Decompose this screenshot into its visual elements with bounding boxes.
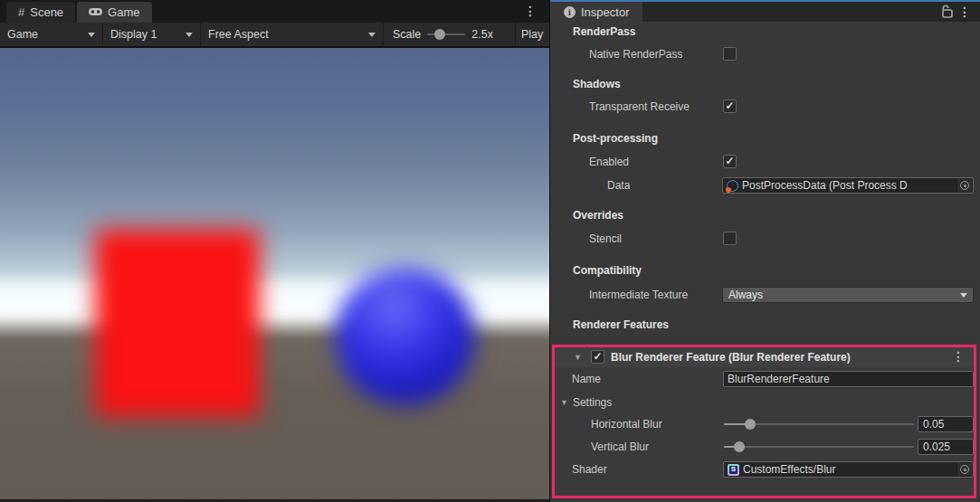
- tab-inspector-label: Inspector: [581, 5, 629, 19]
- game-panel: # Scene Game ⋮ Game Display 1 Free Aspec: [0, 0, 549, 502]
- check-icon: ✓: [593, 351, 602, 362]
- native-renderpass-row: Native RenderPass: [589, 46, 720, 62]
- data-object-value: PostProcessData (Post Process D: [742, 179, 908, 192]
- feature-name-value: BlurRendererFeature: [728, 373, 830, 385]
- game-panel-tabstrip: # Scene Game ⋮: [0, 0, 549, 23]
- shader-object-field[interactable]: S CustomEffects/Blur: [723, 461, 974, 478]
- slider-knob[interactable]: [745, 419, 756, 430]
- foldout-triangle-icon[interactable]: ▼: [574, 353, 582, 362]
- renderpass-header: RenderPass: [573, 25, 635, 38]
- display-dropdown[interactable]: Display 1: [103, 23, 201, 46]
- play-focused-dropdown[interactable]: Play: [516, 23, 548, 46]
- sky-gradient: [0, 48, 549, 310]
- tab-game-label: Game: [108, 5, 139, 19]
- chevron-down-icon: [368, 33, 376, 37]
- shader-value: CustomEffects/Blur: [743, 463, 835, 476]
- stencil-checkbox[interactable]: ✓: [723, 232, 737, 245]
- post-process-data-object-field[interactable]: PostProcessData (Post Process D: [722, 177, 974, 194]
- blurred-red-cube: [95, 229, 260, 417]
- scene-grid-icon: #: [18, 5, 24, 19]
- scale-control: Scale 2.5x: [384, 23, 516, 46]
- object-picker-button[interactable]: [956, 463, 972, 476]
- check-icon: ✓: [725, 156, 734, 166]
- horizontal-blur-slider[interactable]: [724, 416, 914, 432]
- shader-asset-icon: S: [728, 464, 739, 476]
- blurred-blue-sphere: [335, 268, 475, 405]
- intermediate-texture-value: Always: [728, 289, 763, 301]
- horizontal-blur-value-field[interactable]: 0.05: [918, 416, 974, 432]
- inspector-tabstrip: i Inspector ⋮: [550, 2, 980, 22]
- chevron-down-icon: [960, 293, 967, 298]
- chevron-down-icon: [88, 33, 95, 37]
- chevron-down-icon: [186, 33, 193, 37]
- scale-value: 2.5x: [471, 28, 493, 41]
- info-icon: i: [564, 6, 576, 18]
- tab-game[interactable]: Game: [77, 2, 151, 23]
- tab-inspector[interactable]: i Inspector: [550, 2, 642, 22]
- tab-scene[interactable]: # Scene: [6, 2, 75, 23]
- stencil-row: Stencil: [589, 231, 720, 247]
- intermediate-texture-row: Intermediate Texture: [589, 287, 722, 303]
- vertical-blur-row: Vertical Blur: [591, 439, 722, 455]
- data-row: Data: [607, 177, 716, 194]
- target-circle-icon: [960, 181, 969, 190]
- gamepad-icon: [89, 5, 102, 19]
- scale-slider-knob[interactable]: [434, 29, 445, 40]
- feature-name-input[interactable]: BlurRendererFeature: [723, 371, 974, 387]
- check-icon: ✓: [725, 100, 734, 111]
- inspector-menu-kebab-icon[interactable]: ⋮: [958, 5, 971, 18]
- shader-row: Shader: [572, 461, 717, 478]
- shadows-header: Shadows: [573, 78, 621, 90]
- focused-panel-accent-line: [550, 0, 980, 2]
- vertical-blur-value-field[interactable]: 0.025: [918, 439, 974, 455]
- overrides-header: Overrides: [573, 209, 623, 222]
- horizontal-blur-row: Horizontal Blur: [591, 416, 722, 432]
- enabled-checkbox[interactable]: ✓: [723, 155, 737, 168]
- game-toolbar: Game Display 1 Free Aspect Scale 2.5x Pl…: [0, 23, 549, 47]
- intermediate-texture-dropdown[interactable]: Always: [722, 287, 974, 303]
- foldout-triangle-icon: ▼: [560, 398, 568, 407]
- game-panel-menu-kebab-icon[interactable]: ⋮: [524, 5, 537, 17]
- renderer-features-header: Renderer Features: [573, 318, 669, 331]
- postprocessing-header: Post-processing: [573, 132, 658, 145]
- settings-foldout-row[interactable]: ▼ Settings: [560, 394, 723, 411]
- transparent-receive-checkbox[interactable]: ✓: [723, 99, 737, 113]
- native-renderpass-checkbox[interactable]: ✓: [723, 47, 737, 61]
- scale-label: Scale: [393, 28, 421, 41]
- feature-title: Blur Renderer Feature (Blur Renderer Fea…: [611, 351, 851, 364]
- target-circle-icon: [960, 465, 969, 474]
- inspector-panel: i Inspector ⋮ RenderPass Native RenderPa…: [549, 0, 980, 502]
- object-picker-button[interactable]: [956, 179, 972, 192]
- compatibility-header: Compatibility: [573, 264, 642, 277]
- blur-renderer-feature-highlight-box: ▼ ✓ Blur Renderer Feature (Blur Renderer…: [552, 345, 976, 498]
- slider-knob[interactable]: [734, 441, 745, 452]
- post-process-data-asset-icon: [727, 180, 738, 192]
- aspect-ratio-dropdown[interactable]: Free Aspect: [201, 23, 384, 46]
- feature-header-row[interactable]: ▼ ✓ Blur Renderer Feature (Blur Renderer…: [555, 347, 974, 367]
- lock-icon[interactable]: [941, 5, 953, 18]
- enabled-row: Enabled: [589, 154, 720, 170]
- unity-editor-window: # Scene Game ⋮ Game Display 1 Free Aspec: [0, 0, 980, 502]
- game-mode-dropdown[interactable]: Game: [0, 23, 103, 46]
- game-viewport: [0, 47, 549, 502]
- transparent-receive-row: Transparent Receive: [589, 99, 722, 115]
- feature-enabled-checkbox[interactable]: ✓: [591, 350, 604, 364]
- feature-menu-kebab-icon[interactable]: ⋮: [952, 350, 965, 363]
- tab-scene-label: Scene: [30, 5, 63, 19]
- vertical-blur-slider[interactable]: [724, 439, 914, 455]
- name-row: Name: [572, 371, 717, 387]
- scale-slider[interactable]: [427, 33, 465, 35]
